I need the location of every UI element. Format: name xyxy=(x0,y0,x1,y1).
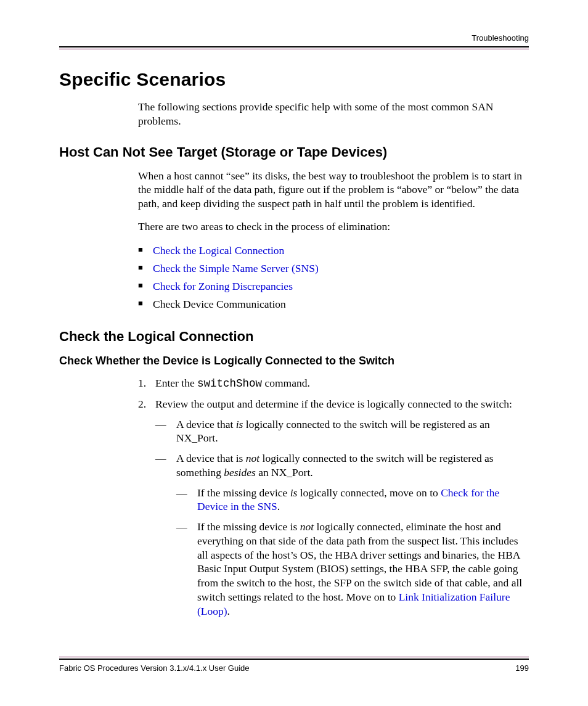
d1-pre: A device that xyxy=(176,418,236,430)
n1-em: is xyxy=(290,486,298,499)
check-logical-sub: Check Whether the Device is Logically Co… xyxy=(59,355,529,367)
footer-left: Fabric OS Procedures Version 3.1.x/4.1.x… xyxy=(59,663,250,673)
link-check-sns[interactable]: Check the Simple Name Server (SNS) xyxy=(153,262,319,274)
host-p2: There are two areas to check in the proc… xyxy=(138,220,529,234)
n2-em: not xyxy=(300,520,314,533)
list-item: Check Device Communication xyxy=(138,296,529,313)
host-section-title: Host Can Not See Target (Storage or Tape… xyxy=(59,144,529,160)
page-footer: Fabric OS Procedures Version 3.1.x/4.1.x… xyxy=(59,657,529,673)
step-2: Review the output and determine if the d… xyxy=(138,397,529,618)
dash-item: A device that is logically connected to … xyxy=(155,417,529,446)
footer-page-num: 199 xyxy=(515,663,529,673)
d1-em: is xyxy=(236,418,243,430)
link-check-zoning[interactable]: Check for Zoning Discrepancies xyxy=(153,280,293,292)
step2-text: Review the output and determine if the d… xyxy=(155,398,512,410)
n1-post: . xyxy=(277,500,280,512)
section-intro: The following sections provide specific … xyxy=(138,100,529,128)
header-rule-thin xyxy=(59,49,529,49)
host-p1: When a host cannot “see” its disks, the … xyxy=(138,169,529,211)
chapter-label: Troubleshooting xyxy=(59,33,529,43)
step1-cmd: switchShow xyxy=(197,377,262,390)
header-rule-wide xyxy=(59,46,529,47)
d2-em: not xyxy=(246,452,259,464)
steps-list: Enter the switchShow command. Review the… xyxy=(138,376,529,618)
list-item: Check the Simple Name Server (SNS) xyxy=(138,260,529,277)
n2-post: . xyxy=(227,605,230,617)
footer-rule-thin xyxy=(59,657,529,657)
step-1: Enter the switchShow command. xyxy=(138,376,529,391)
footer-rule-wide xyxy=(59,659,529,660)
step1-post: command. xyxy=(262,377,310,389)
list-item: Check the Logical Connection xyxy=(138,242,529,259)
host-bullet-list: Check the Logical Connection Check the S… xyxy=(138,242,529,313)
item-text: Check Device Communication xyxy=(153,298,286,310)
dash-list-level1: A device that is logically connected to … xyxy=(155,417,529,618)
n1-pre: If the missing device xyxy=(197,486,290,499)
dash-list-level2: If the missing device is logically conne… xyxy=(176,486,529,618)
list-item: Check for Zoning Discrepancies xyxy=(138,278,529,295)
dash-item: If the missing device is not logically c… xyxy=(176,520,529,618)
n2-pre: If the missing device is xyxy=(197,520,300,533)
dash-item: If the missing device is logically conne… xyxy=(176,486,529,514)
step1-pre: Enter the xyxy=(155,377,197,389)
d2-em2: besides xyxy=(224,466,256,478)
d2-post: an NX_Port. xyxy=(256,466,313,478)
dash-item: A device that is not logically connected… xyxy=(155,451,529,618)
link-check-logical[interactable]: Check the Logical Connection xyxy=(153,244,284,257)
n1-mid: logically connected, move on to xyxy=(297,486,441,499)
check-logical-title: Check the Logical Connection xyxy=(59,329,529,345)
d2-pre: A device that is xyxy=(176,452,246,464)
section-title: Specific Scenarios xyxy=(59,69,529,90)
